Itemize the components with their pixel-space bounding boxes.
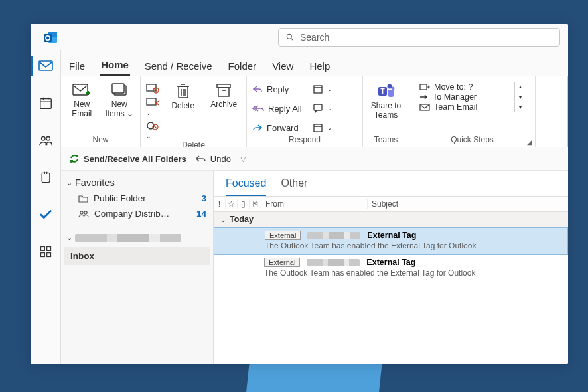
rail-mail[interactable] xyxy=(31,54,61,77)
titlebar: Search xyxy=(31,24,568,50)
tab-focused[interactable]: Focused xyxy=(226,177,266,196)
search-input[interactable]: Search xyxy=(278,28,560,47)
more-respond-button[interactable]: ⌄ xyxy=(313,120,332,135)
col-from[interactable]: From xyxy=(261,199,368,209)
chevron-down-icon: ⌄ xyxy=(127,109,133,118)
company-distrib-count: 14 xyxy=(196,209,206,219)
share-teams-button[interactable]: T Share to Teams xyxy=(369,82,404,120)
svg-rect-17 xyxy=(46,247,50,251)
group-today-label: Today xyxy=(230,215,254,224)
tab-other[interactable]: Other xyxy=(281,177,307,196)
svg-rect-20 xyxy=(73,84,88,95)
folder-inbox[interactable]: Inbox xyxy=(64,247,210,265)
svg-rect-13 xyxy=(42,173,50,182)
send-receive-all-label: Send/Receive All Folders xyxy=(84,154,186,164)
svg-rect-24 xyxy=(112,84,124,93)
message-list-pane: Focused Other ! ☆ ▯ ⎘ From Subject ⌄ Tod… xyxy=(214,171,568,364)
rail-more-apps[interactable] xyxy=(31,241,61,263)
outlook-window: Search File xyxy=(31,24,568,364)
im-button[interactable]: ⌄ xyxy=(313,101,332,116)
chevron-up-icon[interactable]: ▴ xyxy=(515,82,525,92)
col-importance-icon[interactable]: ! xyxy=(214,199,226,209)
new-email-button[interactable]: New Email xyxy=(66,82,98,119)
svg-point-55 xyxy=(84,211,87,214)
new-items-label: New Items xyxy=(105,100,127,118)
tab-view[interactable]: View xyxy=(271,56,295,76)
folder-public-folder[interactable]: Public Folder 3 xyxy=(64,191,210,206)
group-today[interactable]: ⌄ Today xyxy=(214,212,568,227)
rail-notes[interactable] xyxy=(31,166,61,189)
rail-people[interactable] xyxy=(31,129,61,151)
svg-rect-2 xyxy=(44,34,52,42)
quick-steps-gallery[interactable]: Move to: ? To Manager Team Email xyxy=(415,82,514,112)
svg-rect-16 xyxy=(40,247,44,251)
message-row[interactable]: External External Tag The Outlook Team h… xyxy=(214,255,568,282)
qs-scroll-arrows[interactable]: ▴ ▾ ▾ xyxy=(514,82,525,112)
qs-expand-icon[interactable]: ▾ xyxy=(515,102,525,112)
chevron-down-icon[interactable]: ▾ xyxy=(515,92,525,103)
col-icon[interactable]: ▯ xyxy=(238,199,250,209)
send-receive-all-button[interactable]: Send/Receive All Folders xyxy=(69,153,186,164)
meeting-button[interactable]: ⌄ xyxy=(313,82,332,96)
cleanup-icon[interactable]: ⌄ xyxy=(146,97,159,117)
qs-to-manager-label: To Manager xyxy=(433,92,477,102)
svg-rect-52 xyxy=(420,84,427,90)
chevron-down-icon: ⌄ xyxy=(66,179,72,187)
svg-rect-7 xyxy=(40,99,51,109)
tab-help[interactable]: Help xyxy=(308,56,331,76)
svg-rect-41 xyxy=(218,88,229,96)
folder-company-distrib[interactable]: Company Distrib… 14 xyxy=(64,206,210,221)
svg-point-12 xyxy=(46,137,50,141)
junk-icon[interactable]: ⌄ xyxy=(146,120,159,140)
message-row[interactable]: External External Tag The Outlook Team h… xyxy=(214,227,568,255)
list-column-headers[interactable]: ! ☆ ▯ ⎘ From Subject xyxy=(214,196,568,212)
qs-team-email[interactable]: Team Email xyxy=(415,102,514,112)
archive-label: Archive xyxy=(210,100,237,110)
chevron-down-icon: ⌄ xyxy=(220,216,226,223)
account-header[interactable]: ⌄ xyxy=(64,231,210,245)
tab-folder[interactable]: Folder xyxy=(227,56,258,76)
archive-button[interactable]: Archive xyxy=(207,82,242,110)
search-placeholder: Search xyxy=(300,32,329,43)
message-preview: The Outlook Team has enabled the Externa… xyxy=(265,241,561,250)
delete-button[interactable]: Delete xyxy=(166,82,200,111)
public-folder-label: Public Folder xyxy=(94,193,146,203)
account-name-redacted xyxy=(75,234,181,242)
svg-rect-45 xyxy=(314,104,322,110)
col-reminder-icon[interactable]: ☆ xyxy=(226,199,238,209)
svg-rect-6 xyxy=(39,61,52,70)
svg-rect-28 xyxy=(147,98,156,105)
reply-button[interactable]: Reply xyxy=(252,82,302,96)
group-new-label: New xyxy=(66,135,135,146)
favorites-label: Favorites xyxy=(75,177,115,188)
inbox-label: Inbox xyxy=(70,251,94,261)
forward-button[interactable]: Forward xyxy=(252,120,302,135)
ignore-icon[interactable] xyxy=(146,83,159,94)
tab-sendreceive[interactable]: Send / Receive xyxy=(143,56,214,76)
group-respond-label: Respond xyxy=(252,135,357,146)
ribbon: New Email New Items ⌄ New ⌄ xyxy=(61,76,568,147)
share-teams-label: Share to Teams xyxy=(371,102,401,120)
reply-all-label: Reply All xyxy=(268,104,302,114)
reply-label: Reply xyxy=(267,84,289,94)
undo-label: Undo xyxy=(210,154,231,164)
qs-to-manager[interactable]: To Manager xyxy=(415,92,514,102)
svg-line-5 xyxy=(291,38,293,40)
dialog-launcher-icon[interactable]: ◢ xyxy=(527,138,532,146)
undo-button[interactable]: Undo xyxy=(196,154,231,164)
reply-all-button[interactable]: Reply All xyxy=(252,101,302,116)
svg-point-50 xyxy=(387,84,392,89)
qat-customize[interactable]: ▽ xyxy=(240,155,246,163)
tab-home[interactable]: Home xyxy=(100,55,130,76)
rail-todo[interactable] xyxy=(31,203,61,226)
favorites-header[interactable]: ⌄ Favorites xyxy=(64,175,210,191)
qs-move-to[interactable]: Move to: ? xyxy=(415,82,514,92)
col-attachment-icon[interactable]: ⎘ xyxy=(250,199,261,209)
svg-point-51 xyxy=(391,87,394,90)
col-subject[interactable]: Subject xyxy=(368,199,568,209)
focused-other-tabs: Focused Other xyxy=(214,171,568,196)
rail-calendar[interactable] xyxy=(31,92,61,114)
tab-file[interactable]: File xyxy=(68,56,86,76)
new-items-button[interactable]: New Items ⌄ xyxy=(104,82,135,119)
quick-access-toolbar: Send/Receive All Folders Undo ▽ xyxy=(61,147,568,170)
